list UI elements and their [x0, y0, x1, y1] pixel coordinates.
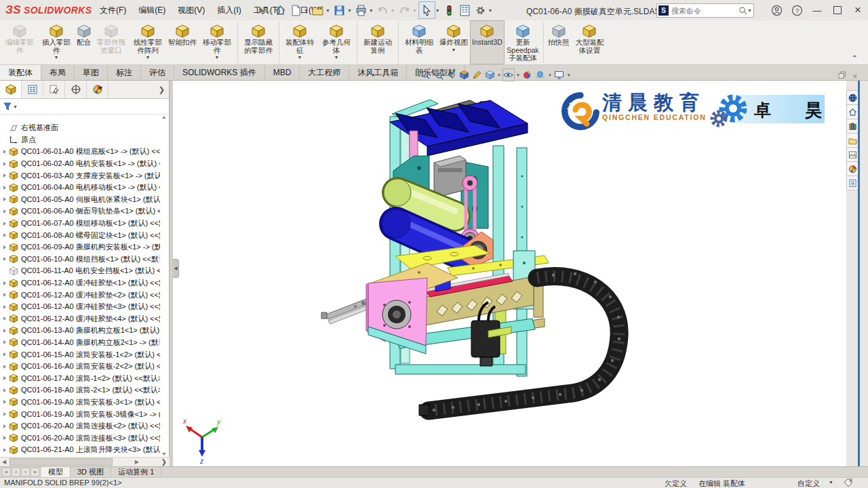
- tree-item[interactable]: QC01-06-15-A0 滚筒安装板-1<2> (默认) <<默认>_显示状态…: [0, 348, 160, 361]
- customize-label[interactable]: 自定义: [797, 479, 820, 488]
- options-caret[interactable]: ▼: [488, 8, 493, 13]
- expand-arrow-icon[interactable]: [0, 400, 9, 404]
- last-tab-icon[interactable]: »: [31, 468, 39, 476]
- tab-evaluate[interactable]: 评估: [141, 65, 174, 80]
- expand-arrow-icon[interactable]: [0, 352, 9, 357]
- appearances-scenes-icon[interactable]: [846, 162, 859, 176]
- filter-caret[interactable]: ▼: [13, 104, 18, 109]
- menu-item[interactable]: 文件(F): [94, 2, 132, 19]
- component-preview-window-button[interactable]: 零部件预览窗口 ▼: [93, 20, 130, 64]
- scrollbar-thumb[interactable]: [9, 458, 113, 466]
- expand-arrow-icon[interactable]: [0, 197, 9, 201]
- next-tab-icon[interactable]: ›: [21, 468, 30, 476]
- tree-item[interactable]: QC01-06-16-A0 滚筒安装板-2<2> (默认) <<默认>_显示状态…: [0, 361, 160, 373]
- tag-icon[interactable]: [844, 479, 853, 488]
- insert-components-button[interactable]: 插入零部件 ▼: [38, 20, 75, 64]
- expand-arrow-icon[interactable]: [0, 436, 9, 440]
- expand-arrow-icon[interactable]: [0, 162, 9, 166]
- view-orientation-icon[interactable]: [484, 68, 496, 81]
- search-icon[interactable]: [738, 6, 747, 15]
- help-icon[interactable]: ?: [787, 0, 807, 20]
- tree-item[interactable]: 右视基准面: [0, 122, 160, 134]
- tab-layout[interactable]: 布局: [41, 65, 75, 80]
- rebuild-button[interactable]: [441, 2, 457, 18]
- tree-item[interactable]: QC01-06-18-A0 滚筒-2<1> (默认) <<默认>_显示状态 1>: [0, 384, 160, 396]
- tab-mbd[interactable]: MBD: [265, 65, 300, 80]
- tree-item[interactable]: QC01-06-07-A0 模组移动板<1> (默认) <<默认>_显示状态 1…: [0, 218, 160, 230]
- assembly-features-button[interactable]: 装配体特征 ▼: [281, 20, 318, 64]
- expand-arrow-icon[interactable]: [0, 293, 9, 297]
- expand-arrow-icon[interactable]: [0, 233, 9, 237]
- tab-solidworks-addins[interactable]: SOLIDWORKS 插件: [174, 65, 265, 80]
- expand-arrow-icon[interactable]: [0, 376, 9, 380]
- tab-mufeng-toolbox[interactable]: 沐风工具箱: [349, 65, 407, 80]
- divider[interactable]: ▼: [279, 22, 279, 63]
- expand-arrow-icon[interactable]: [0, 412, 9, 416]
- display-manager-icon[interactable]: [87, 81, 108, 98]
- tree-item[interactable]: QC01-06-10-A0 模组挡板<1> (默认) <<默认>_显示状态 1>: [0, 253, 160, 266]
- menu-item[interactable]: 插入(I): [211, 2, 247, 19]
- scroll-down-icon[interactable]: [162, 453, 166, 455]
- close-button[interactable]: ×: [848, 0, 868, 20]
- divider[interactable]: ▼: [543, 22, 544, 63]
- expand-arrow-icon[interactable]: [0, 245, 9, 249]
- tree-item[interactable]: QC01-06-09-A0 撕膜机构安装板<1> -> (默认) <<默认>_显…: [0, 241, 160, 253]
- tree-item[interactable]: QC01-06-21-A0 上滚筒升降夹块<3> (默认) <<默认>_显示状态…: [0, 444, 160, 456]
- zoom-to-fit-icon[interactable]: [419, 68, 431, 81]
- annotation-view-icon[interactable]: [471, 68, 483, 81]
- save-button[interactable]: [332, 2, 347, 18]
- expand-arrow-icon[interactable]: [0, 257, 9, 261]
- open-file-button[interactable]: [310, 2, 326, 18]
- print-button[interactable]: [353, 2, 369, 18]
- solidworks-resources-icon[interactable]: [846, 90, 859, 105]
- large-assembly-settings-button[interactable]: 大型装配体设置 ▼: [571, 20, 608, 64]
- tab-markup[interactable]: 标注: [108, 65, 141, 80]
- view-settings-caret[interactable]: ▼: [567, 73, 571, 77]
- tree-item[interactable]: QC01-06-01-A0 模组底板<1> -> (默认) <<默认>_显示状态…: [0, 146, 160, 158]
- select-cursor-button[interactable]: [418, 1, 435, 19]
- property-manager-icon[interactable]: [22, 81, 43, 98]
- custom-properties-icon[interactable]: [846, 176, 859, 190]
- new-motion-study-button[interactable]: 新建运动算例 ▼: [359, 20, 396, 64]
- tab-dagongchengshi[interactable]: 大工程师: [300, 65, 349, 80]
- expand-arrow-icon[interactable]: [0, 281, 9, 285]
- tree-item[interactable]: QC01-06-20-A0 滚筒连接板<2> (默认) <<默认>_显示状态 1…: [0, 420, 160, 432]
- view-settings-icon[interactable]: [553, 68, 566, 81]
- scroll-right-icon[interactable]: ▶: [133, 459, 141, 465]
- tree-item[interactable]: QC01-06-17-A0 滚筒-1<2> (默认) <<默认>_显示状态 1>: [0, 372, 160, 384]
- close-document-icon[interactable]: ×: [852, 71, 858, 81]
- assembly-3d-model[interactable]: x y z: [182, 81, 846, 465]
- tab-assembly[interactable]: 装配体: [0, 65, 41, 80]
- tree-item[interactable]: QC01-06-12-A0 缓冲硅胶垫<3> (默认) <<默认>_显示状态 1…: [0, 301, 160, 313]
- apply-scene-caret[interactable]: ▼: [548, 73, 552, 77]
- splitter-collapse-handle[interactable]: ◀: [173, 259, 179, 278]
- undo-button[interactable]: [375, 2, 391, 18]
- tree-scrollbar[interactable]: [160, 116, 167, 455]
- maximize-button[interactable]: [827, 0, 848, 20]
- tree-item[interactable]: QC01-06-06-A0 侧面导轨垫条<1> (默认) <<默认>_显示状态 …: [0, 205, 160, 218]
- tree-item[interactable]: QC01-06-12-A0 缓冲硅胶垫<1> (默认) <<默认>_显示状态 1…: [0, 277, 160, 289]
- tree-item[interactable]: QC01-06-13-A0 撕膜机构立板1<1> (默认) <<默认>_显示状态…: [0, 325, 160, 337]
- tree-item[interactable]: QC01-06-19-A0 滚筒安装板-3镜像<1> -> (默认) <<默认>…: [0, 408, 160, 420]
- mate-button[interactable]: 配合 ▼: [75, 20, 93, 64]
- previous-view-icon[interactable]: [445, 68, 457, 81]
- new-file-caret[interactable]: ▼: [304, 8, 309, 13]
- expand-arrow-icon[interactable]: [0, 305, 9, 309]
- new-file-button[interactable]: [288, 2, 304, 18]
- reference-geometry-button[interactable]: 参考几何体 ▼: [318, 20, 355, 64]
- tree-item[interactable]: QC01-06-20-A0 滚筒连接板<3> (默认) <<默认>_显示状态 1…: [0, 432, 160, 444]
- search-input[interactable]: [669, 7, 738, 15]
- instant3d-button[interactable]: Instant3D ▼: [470, 20, 505, 64]
- tree-item[interactable]: QC01-06-12-A0 缓冲硅胶垫<4> (默认) <<默认>_显示状态 1…: [0, 313, 160, 325]
- model-tab[interactable]: 模型: [41, 467, 71, 477]
- configuration-manager-icon[interactable]: [43, 81, 65, 98]
- exploded-view-button[interactable]: 爆炸视图 ▼: [437, 20, 470, 64]
- expand-arrow-icon[interactable]: [0, 150, 9, 154]
- apply-scene-icon[interactable]: [534, 68, 547, 81]
- tree-item[interactable]: QC01-06-11-A0 电机安全挡板<1> (默认) <<默认>_显示状态 …: [0, 265, 160, 277]
- expand-arrow-icon[interactable]: [0, 329, 9, 333]
- motion-study-tab[interactable]: 运动算例 1: [111, 467, 161, 477]
- prev-tab-icon[interactable]: ‹: [12, 468, 20, 476]
- divider[interactable]: ▼: [398, 22, 399, 63]
- view-palette-icon[interactable]: [846, 148, 859, 162]
